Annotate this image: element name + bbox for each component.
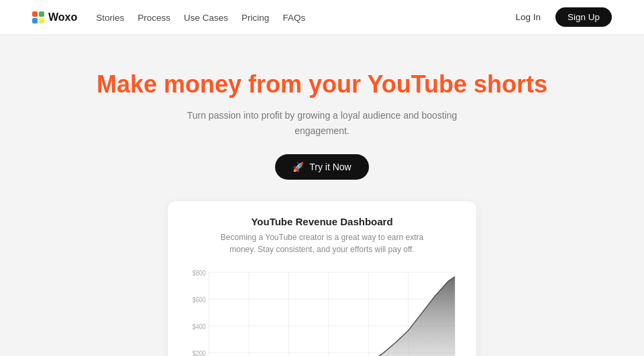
dashboard-title: YouTube Revenue Dashboard [182,216,462,227]
try-it-now-button[interactable]: 🚀 Try it Now [275,154,368,180]
nav-link-stories[interactable]: Stories [96,13,124,23]
try-it-now-label: Try it Now [309,162,351,172]
hero-title: Make money from your YouTube shorts [97,70,547,99]
revenue-chart: $800 $600 $400 $200 $0 JAN JUL JAN JUL [182,265,462,356]
chart-container: $800 $600 $400 $200 $0 JAN JUL JAN JUL [182,265,462,356]
dashboard-description: Becoming a YouTube creator is a great wa… [208,231,436,255]
logo-text: Woxo [48,11,77,23]
nav-link-pricing[interactable]: Pricing [241,13,269,23]
svg-text:$600: $600 [193,296,206,304]
signup-button[interactable]: Sign Up [555,7,612,27]
logo-icon [32,11,44,23]
main-wrapper: Make money from your YouTube shorts Turn… [0,35,644,356]
rocket-icon: 🚀 [292,162,304,172]
hero-subtitle: Turn passion into profit by growing a lo… [181,108,463,138]
svg-text:$800: $800 [193,269,206,277]
nav-left: Woxo Stories Process Use Cases Pricing F… [32,11,305,23]
logo[interactable]: Woxo [32,11,77,23]
dashboard-card: YouTube Revenue Dashboard Becoming a You… [168,201,476,356]
svg-text:$400: $400 [193,322,206,331]
nav-right: Log In Sign Up [508,7,612,27]
svg-text:$200: $200 [193,349,206,356]
login-button[interactable]: Log In [508,8,547,26]
nav-link-process[interactable]: Process [138,13,170,23]
nav-link-use-cases[interactable]: Use Cases [184,13,228,23]
hero-section: Make money from your YouTube shorts Turn… [83,35,561,201]
navbar: Woxo Stories Process Use Cases Pricing F… [0,0,644,35]
nav-links: Stories Process Use Cases Pricing FAQs [96,11,305,23]
nav-link-faqs[interactable]: FAQs [282,13,305,23]
